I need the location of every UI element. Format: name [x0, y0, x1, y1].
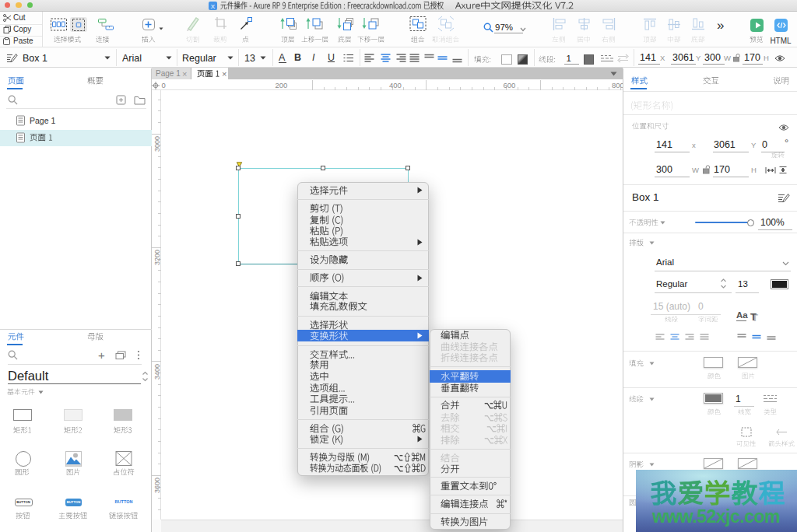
svg-text:X: X	[211, 3, 216, 10]
svg-text:T: T	[750, 313, 757, 323]
